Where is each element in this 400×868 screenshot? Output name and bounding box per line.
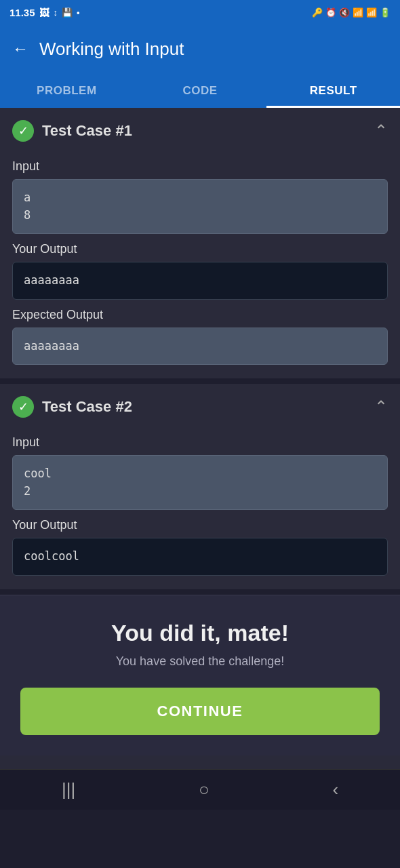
success-title: You did it, mate!: [20, 620, 380, 646]
back-button[interactable]: ←: [12, 39, 28, 58]
input-label-1: Input: [12, 159, 388, 174]
test-case-1-expected-output: aaaaaaaa: [12, 328, 388, 366]
input-label-2: Input: [12, 435, 388, 450]
tab-result[interactable]: RESULT: [266, 73, 400, 106]
test-case-1-title-row: ✓ Test Case #1: [12, 120, 132, 142]
status-image-icon: 🖼: [39, 7, 49, 18]
nav-back-icon[interactable]: ‹: [332, 779, 338, 800]
main-content: ✓ Test Case #1 ⌃ Input a 8 Your Output a…: [0, 108, 400, 769]
status-bar-left: 11.35 🖼 ↕ 💾 •: [9, 7, 80, 18]
your-output-label-2: Your Output: [12, 518, 388, 532]
nav-bar: ||| ○ ‹: [0, 769, 400, 810]
tabs-container: PROBLEM CODE RESULT: [0, 73, 400, 108]
test-case-1-pass-icon: ✓: [12, 120, 34, 142]
expected-output-label-1: Expected Output: [12, 308, 388, 322]
continue-button[interactable]: CONTINUE: [20, 688, 380, 735]
test-case-1-input: a 8: [12, 179, 388, 234]
signal-icon: 📶: [366, 7, 377, 18]
tab-problem[interactable]: PROBLEM: [0, 73, 134, 106]
test-case-2-pass-icon: ✓: [12, 396, 34, 418]
status-sd-icon: 💾: [62, 7, 73, 18]
mute-icon: 🔇: [339, 7, 350, 18]
test-case-2-title: Test Case #2: [42, 398, 132, 416]
battery-icon: 🔋: [380, 7, 391, 18]
alarm-icon: ⏰: [325, 7, 336, 18]
test-case-2-header: ✓ Test Case #2 ⌃: [12, 384, 388, 427]
key-icon: 🔑: [312, 7, 323, 18]
test-case-1-collapse-icon[interactable]: ⌃: [374, 121, 388, 140]
nav-menu-icon[interactable]: |||: [62, 779, 75, 800]
test-case-2-collapse-icon[interactable]: ⌃: [374, 397, 388, 416]
nav-home-icon[interactable]: ○: [199, 779, 209, 800]
test-case-2-input: cool 2: [12, 455, 388, 510]
success-overlay: You did it, mate! You have solved the ch…: [0, 595, 400, 755]
test-case-1-header: ✓ Test Case #1 ⌃: [12, 108, 388, 151]
your-output-label-1: Your Output: [12, 242, 388, 256]
status-data-icon: ↕: [54, 7, 58, 18]
test-case-1-title: Test Case #1: [42, 122, 132, 140]
status-bar: 11.35 🖼 ↕ 💾 • 🔑 ⏰ 🔇 📶 📶 🔋: [0, 0, 400, 24]
status-dot-icon: •: [77, 7, 80, 18]
app-bar: ← Working with Input: [0, 24, 400, 73]
test-case-2-title-row: ✓ Test Case #2: [12, 396, 132, 418]
test-case-1-your-output: aaaaaaaa: [12, 262, 388, 300]
app-title: Working with Input: [39, 39, 184, 60]
tab-code[interactable]: CODE: [134, 73, 267, 106]
status-bar-right: 🔑 ⏰ 🔇 📶 📶 🔋: [312, 7, 391, 18]
test-case-2-your-output: coolcool: [12, 538, 388, 576]
time-display: 11.35: [9, 7, 35, 18]
wifi-icon: 📶: [353, 7, 363, 18]
test-case-1-card: ✓ Test Case #1 ⌃ Input a 8 Your Output a…: [0, 108, 400, 384]
success-subtitle: You have solved the challenge!: [20, 654, 380, 669]
test-case-2-card: ✓ Test Case #2 ⌃ Input cool 2 Your Outpu…: [0, 384, 400, 595]
